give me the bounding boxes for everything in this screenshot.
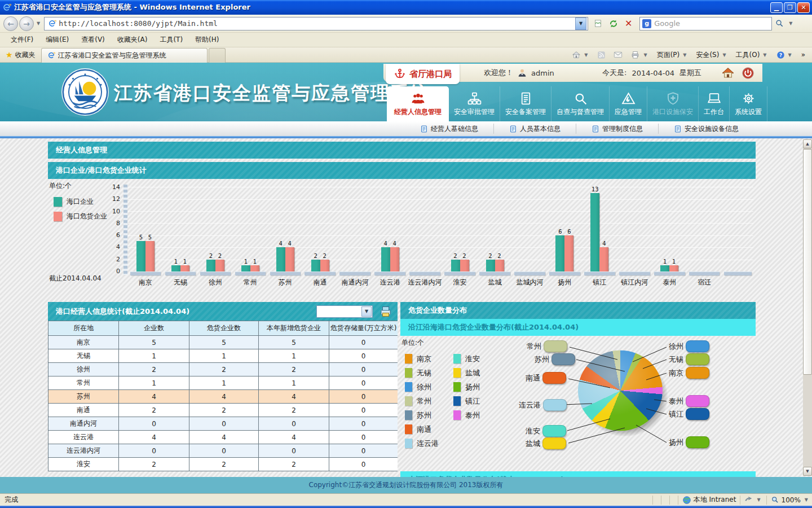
subnav-item[interactable]: 经营人基础信息: [405, 124, 493, 134]
search-box[interactable]: g Google: [639, 17, 772, 30]
search-options-dropdown-icon[interactable]: ▼: [789, 21, 792, 26]
home-button[interactable]: ▼: [568, 50, 593, 59]
menu-item[interactable]: 文件(F): [5, 33, 39, 46]
table-cell: 无锡: [48, 349, 119, 363]
minimize-button[interactable]: ▁: [770, 2, 783, 13]
nav-tab-warning[interactable]: 应急管理: [610, 86, 647, 121]
document-icon: [420, 125, 428, 133]
restore-button[interactable]: ❐: [784, 2, 796, 13]
bar-group: 11: [233, 259, 268, 271]
nav-tab-label: 自查与督查管理: [557, 107, 604, 117]
nav-tab-people[interactable]: 经营人信息管理: [387, 86, 449, 121]
table-cell: 常州: [48, 376, 119, 390]
scroll-up-icon[interactable]: ▲: [803, 139, 812, 148]
logout-power-icon[interactable]: [742, 67, 754, 80]
menu-bar: 文件(F)编辑(E)查看(V)收藏夹(A)工具(T)帮助(H): [0, 33, 812, 47]
table-row[interactable]: 南京5550: [48, 336, 398, 349]
table-cell: 4: [259, 431, 329, 444]
new-tab-button[interactable]: [209, 48, 226, 63]
history-dropdown-icon[interactable]: ▼: [37, 21, 40, 26]
search-button[interactable]: [773, 17, 787, 30]
callout-pill: [686, 367, 709, 379]
pie-legend-item: 苏州: [405, 408, 439, 422]
nav-tab-orgchart[interactable]: 安全审批管理: [449, 86, 500, 121]
bar-chart-categories: 南京无锡徐州常州苏州南通南通内河连云港连云港内河淮安盐城盐城内河扬州镇江镇江内河…: [128, 278, 753, 287]
google-icon: g: [642, 19, 651, 28]
table-row[interactable]: 淮安2220: [48, 458, 398, 471]
protected-mode-button[interactable]: ▼: [744, 496, 762, 504]
menu-item[interactable]: 帮助(H): [189, 33, 225, 46]
column-header: 危货企业数: [189, 321, 259, 336]
bureau-tab[interactable]: 省厅港口局: [386, 64, 460, 84]
url-dropdown-button[interactable]: ▼: [575, 17, 586, 30]
table-cell: 2: [119, 363, 189, 376]
table-cell: 0: [329, 417, 398, 431]
rss-button[interactable]: [594, 51, 609, 59]
table-row[interactable]: 徐州2220: [48, 363, 398, 376]
table-cell: 2: [119, 404, 189, 417]
favorites-button[interactable]: ★ 收藏夹: [0, 47, 41, 62]
port-operators-table: 所在地企业数危货企业数本年新增危货企业危货存储量(万立方米) 南京5550无锡1…: [48, 321, 398, 471]
home-dropdown-icon[interactable]: ▼: [584, 52, 588, 58]
nav-tab-laptop[interactable]: 工作台: [699, 86, 730, 121]
url-input[interactable]: http://localhost:8080/yjpt/Main.html ▼: [44, 17, 588, 30]
print-dropdown-icon[interactable]: ▼: [643, 52, 647, 58]
nav-tab-gear[interactable]: 系统设置: [730, 86, 767, 121]
table-row[interactable]: 连云港内河0000: [48, 444, 398, 458]
page-scrollbar[interactable]: ▲ ▼: [803, 139, 812, 476]
forward-button[interactable]: →: [19, 16, 34, 31]
close-button[interactable]: ✕: [797, 2, 810, 13]
nav-tab-search[interactable]: 自查与督查管理: [551, 86, 610, 121]
subnav-item[interactable]: 安全设施设备信息: [658, 124, 754, 134]
tools-menu-button[interactable]: 工具(O)▼: [732, 50, 772, 60]
zoom-magnifier-icon: [771, 496, 779, 504]
compatibility-view-button[interactable]: [591, 17, 605, 30]
favorites-star-icon: ★: [6, 50, 13, 59]
callout-pill: [686, 436, 709, 448]
main-nav: 经营人信息管理安全审批管理安全备案管理自查与督查管理应急管理港口设施保安工作台系…: [387, 86, 767, 121]
subnav-item[interactable]: 人员基本信息: [493, 124, 576, 134]
menu-item[interactable]: 编辑(E): [39, 33, 75, 46]
bar-chart-axis-line: [123, 185, 127, 275]
menu-item[interactable]: 收藏夹(A): [111, 33, 154, 46]
home-page-icon[interactable]: [721, 66, 735, 80]
page-menu-button[interactable]: 页面(P)▼: [654, 50, 692, 60]
document-icon: [592, 125, 599, 133]
callout-pill: [542, 425, 566, 437]
pie-legend-item: 盐城: [453, 366, 480, 380]
table-cell: 2: [189, 363, 259, 376]
help-button[interactable]: ?▼: [773, 51, 797, 59]
browser-tab[interactable]: 江苏省港口安全监管与应急管理系统: [41, 48, 208, 63]
table-row[interactable]: 无锡1110: [48, 349, 398, 363]
nav-tab-label: 经营人信息管理: [394, 107, 442, 117]
scroll-down-icon[interactable]: ▼: [803, 467, 812, 476]
nav-tab-document[interactable]: 安全备案管理: [500, 86, 551, 121]
table-row[interactable]: 南通2220: [48, 404, 398, 417]
back-button[interactable]: ←: [3, 16, 18, 31]
table-print-icon[interactable]: [378, 305, 393, 318]
table-row[interactable]: 常州1110: [48, 376, 398, 390]
document-icon: [509, 125, 517, 133]
table-row[interactable]: 苏州4440: [48, 390, 398, 404]
table-filter-select[interactable]: ▼: [316, 305, 373, 318]
nav-tab-label: 安全审批管理: [454, 107, 495, 117]
legend-item: 海口企业: [54, 197, 107, 207]
bar-group: 55: [128, 234, 163, 271]
menu-item[interactable]: 查看(V): [75, 33, 111, 46]
table-cell: 2: [119, 458, 189, 471]
scrollbar-thumb[interactable]: [803, 149, 812, 375]
nav-tab-shield[interactable]: 港口设施保安: [647, 86, 699, 121]
security-menu-button[interactable]: 安全(S)▼: [692, 50, 731, 60]
toolbar-overflow-chevron[interactable]: »: [798, 51, 809, 59]
mail-button[interactable]: [610, 51, 626, 59]
pie-callout-right: 徐州: [669, 340, 709, 352]
menu-item[interactable]: 工具(T): [153, 33, 189, 46]
print-button[interactable]: ▼: [627, 50, 652, 59]
subnav-item[interactable]: 管理制度信息: [576, 124, 658, 134]
table-row[interactable]: 南通内河0000: [48, 417, 398, 431]
table-row[interactable]: 连云港4440: [48, 431, 398, 444]
stop-button[interactable]: ✕: [621, 17, 636, 30]
zoom-control[interactable]: 100% ▼: [771, 496, 810, 504]
table-cell: 0: [119, 444, 189, 458]
refresh-button[interactable]: [606, 17, 620, 30]
